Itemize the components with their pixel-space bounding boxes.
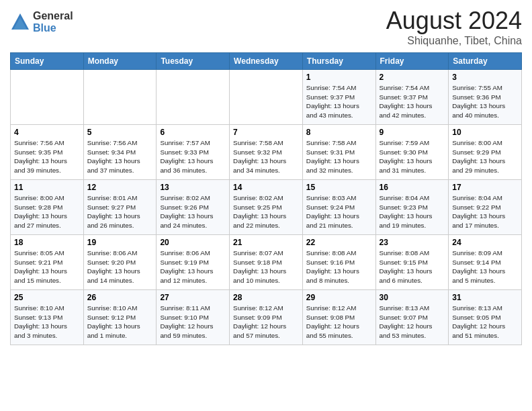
calendar-cell <box>157 70 230 125</box>
day-number: 16 <box>380 183 445 192</box>
day-info: Sunrise: 8:04 AM Sunset: 9:22 PM Dayligh… <box>452 193 518 230</box>
calendar-cell: 1Sunrise: 7:54 AM Sunset: 9:37 PM Daylig… <box>302 70 375 125</box>
day-info: Sunrise: 8:10 AM Sunset: 9:13 PM Dayligh… <box>14 304 80 340</box>
calendar-cell: 10Sunrise: 8:00 AM Sunset: 9:29 PM Dayli… <box>449 125 522 180</box>
day-info: Sunrise: 8:00 AM Sunset: 9:29 PM Dayligh… <box>452 138 518 175</box>
day-number: 21 <box>233 238 299 247</box>
logo: General Blue <box>10 10 73 34</box>
calendar-cell: 19Sunrise: 8:06 AM Sunset: 9:20 PM Dayli… <box>83 235 157 290</box>
day-number: 10 <box>452 128 518 137</box>
calendar-week-5: 25Sunrise: 8:10 AM Sunset: 9:13 PM Dayli… <box>11 290 522 345</box>
day-number: 3 <box>452 73 518 82</box>
calendar-cell: 3Sunrise: 7:55 AM Sunset: 9:36 PM Daylig… <box>449 70 522 125</box>
day-info: Sunrise: 8:08 AM Sunset: 9:16 PM Dayligh… <box>306 248 372 285</box>
logo-blue-text: Blue <box>33 22 73 34</box>
day-number: 2 <box>380 73 445 82</box>
header: General Blue August 2024 Shiquanhe, Tibe… <box>10 7 522 47</box>
day-number: 17 <box>452 183 518 192</box>
day-info: Sunrise: 7:57 AM Sunset: 9:33 PM Dayligh… <box>160 138 226 175</box>
day-number: 11 <box>14 183 80 192</box>
page-container: General Blue August 2024 Shiquanhe, Tibe… <box>0 0 532 352</box>
day-info: Sunrise: 7:56 AM Sunset: 9:35 PM Dayligh… <box>14 138 80 175</box>
calendar-cell: 18Sunrise: 8:05 AM Sunset: 9:21 PM Dayli… <box>11 235 84 290</box>
day-info: Sunrise: 7:58 AM Sunset: 9:31 PM Dayligh… <box>306 138 372 175</box>
calendar-cell: 11Sunrise: 8:00 AM Sunset: 9:28 PM Dayli… <box>11 180 84 235</box>
day-number: 25 <box>14 293 80 302</box>
day-number: 31 <box>452 293 518 302</box>
day-info: Sunrise: 7:54 AM Sunset: 9:37 PM Dayligh… <box>306 83 372 120</box>
day-info: Sunrise: 8:13 AM Sunset: 9:07 PM Dayligh… <box>380 304 445 340</box>
calendar-cell: 4Sunrise: 7:56 AM Sunset: 9:35 PM Daylig… <box>11 125 84 180</box>
day-number: 23 <box>380 238 445 247</box>
day-number: 18 <box>14 238 80 247</box>
calendar-week-4: 18Sunrise: 8:05 AM Sunset: 9:21 PM Dayli… <box>11 235 522 290</box>
col-sunday: Sunday <box>11 53 84 70</box>
day-number: 20 <box>160 238 226 247</box>
logo-text: General Blue <box>33 10 73 34</box>
day-info: Sunrise: 8:13 AM Sunset: 9:05 PM Dayligh… <box>452 304 518 340</box>
calendar-table: Sunday Monday Tuesday Wednesday Thursday… <box>10 52 522 345</box>
calendar-body: 1Sunrise: 7:54 AM Sunset: 9:37 PM Daylig… <box>11 70 522 345</box>
calendar-cell: 31Sunrise: 8:13 AM Sunset: 9:05 PM Dayli… <box>449 290 522 345</box>
day-number: 15 <box>306 183 372 192</box>
day-info: Sunrise: 7:59 AM Sunset: 9:30 PM Dayligh… <box>380 138 445 175</box>
title-block: August 2024 Shiquanhe, Tibet, China <box>386 7 522 47</box>
calendar-cell: 8Sunrise: 7:58 AM Sunset: 9:31 PM Daylig… <box>302 125 375 180</box>
calendar-cell: 28Sunrise: 8:12 AM Sunset: 9:09 PM Dayli… <box>230 290 303 345</box>
calendar-week-3: 11Sunrise: 8:00 AM Sunset: 9:28 PM Dayli… <box>11 180 522 235</box>
day-number: 19 <box>87 238 153 247</box>
day-number: 22 <box>306 238 372 247</box>
col-monday: Monday <box>83 53 157 70</box>
day-info: Sunrise: 8:12 AM Sunset: 9:08 PM Dayligh… <box>306 304 372 340</box>
calendar-cell <box>83 70 157 125</box>
calendar-cell: 12Sunrise: 8:01 AM Sunset: 9:27 PM Dayli… <box>83 180 157 235</box>
day-number: 27 <box>160 293 226 302</box>
calendar-subtitle: Shiquanhe, Tibet, China <box>386 35 522 47</box>
calendar-title: August 2024 <box>386 7 522 35</box>
day-info: Sunrise: 8:11 AM Sunset: 9:10 PM Dayligh… <box>160 304 226 340</box>
day-info: Sunrise: 8:06 AM Sunset: 9:19 PM Dayligh… <box>160 248 226 285</box>
day-number: 14 <box>233 183 299 192</box>
header-row: Sunday Monday Tuesday Wednesday Thursday… <box>11 53 522 70</box>
day-info: Sunrise: 7:54 AM Sunset: 9:37 PM Dayligh… <box>380 83 445 120</box>
day-number: 24 <box>452 238 518 247</box>
day-number: 8 <box>306 128 372 137</box>
col-thursday: Thursday <box>302 53 375 70</box>
calendar-cell: 6Sunrise: 7:57 AM Sunset: 9:33 PM Daylig… <box>157 125 230 180</box>
day-info: Sunrise: 8:01 AM Sunset: 9:27 PM Dayligh… <box>87 193 153 230</box>
day-info: Sunrise: 7:55 AM Sunset: 9:36 PM Dayligh… <box>452 83 518 120</box>
day-number: 9 <box>380 128 445 137</box>
col-wednesday: Wednesday <box>230 53 303 70</box>
calendar-cell: 25Sunrise: 8:10 AM Sunset: 9:13 PM Dayli… <box>11 290 84 345</box>
calendar-cell: 24Sunrise: 8:09 AM Sunset: 9:14 PM Dayli… <box>449 235 522 290</box>
calendar-cell: 5Sunrise: 7:56 AM Sunset: 9:34 PM Daylig… <box>83 125 157 180</box>
calendar-cell: 22Sunrise: 8:08 AM Sunset: 9:16 PM Dayli… <box>302 235 375 290</box>
calendar-cell: 16Sunrise: 8:04 AM Sunset: 9:23 PM Dayli… <box>375 180 449 235</box>
calendar-header: Sunday Monday Tuesday Wednesday Thursday… <box>11 53 522 70</box>
calendar-cell: 26Sunrise: 8:10 AM Sunset: 9:12 PM Dayli… <box>83 290 157 345</box>
day-number: 12 <box>87 183 153 192</box>
calendar-cell: 14Sunrise: 8:02 AM Sunset: 9:25 PM Dayli… <box>230 180 303 235</box>
day-info: Sunrise: 8:00 AM Sunset: 9:28 PM Dayligh… <box>14 193 80 230</box>
day-number: 26 <box>87 293 153 302</box>
calendar-cell: 21Sunrise: 8:07 AM Sunset: 9:18 PM Dayli… <box>230 235 303 290</box>
calendar-week-1: 1Sunrise: 7:54 AM Sunset: 9:37 PM Daylig… <box>11 70 522 125</box>
day-number: 28 <box>233 293 299 302</box>
day-number: 4 <box>14 128 80 137</box>
col-friday: Friday <box>375 53 449 70</box>
calendar-cell: 29Sunrise: 8:12 AM Sunset: 9:08 PM Dayli… <box>302 290 375 345</box>
day-number: 6 <box>160 128 226 137</box>
day-info: Sunrise: 8:09 AM Sunset: 9:14 PM Dayligh… <box>452 248 518 285</box>
logo-general-text: General <box>33 10 73 22</box>
day-info: Sunrise: 7:56 AM Sunset: 9:34 PM Dayligh… <box>87 138 153 175</box>
day-number: 7 <box>233 128 299 137</box>
calendar-cell: 27Sunrise: 8:11 AM Sunset: 9:10 PM Dayli… <box>157 290 230 345</box>
calendar-cell: 9Sunrise: 7:59 AM Sunset: 9:30 PM Daylig… <box>375 125 449 180</box>
day-info: Sunrise: 8:02 AM Sunset: 9:26 PM Dayligh… <box>160 193 226 230</box>
day-number: 13 <box>160 183 226 192</box>
col-tuesday: Tuesday <box>157 53 230 70</box>
calendar-cell <box>11 70 84 125</box>
calendar-cell <box>230 70 303 125</box>
day-number: 1 <box>306 73 372 82</box>
calendar-cell: 30Sunrise: 8:13 AM Sunset: 9:07 PM Dayli… <box>375 290 449 345</box>
